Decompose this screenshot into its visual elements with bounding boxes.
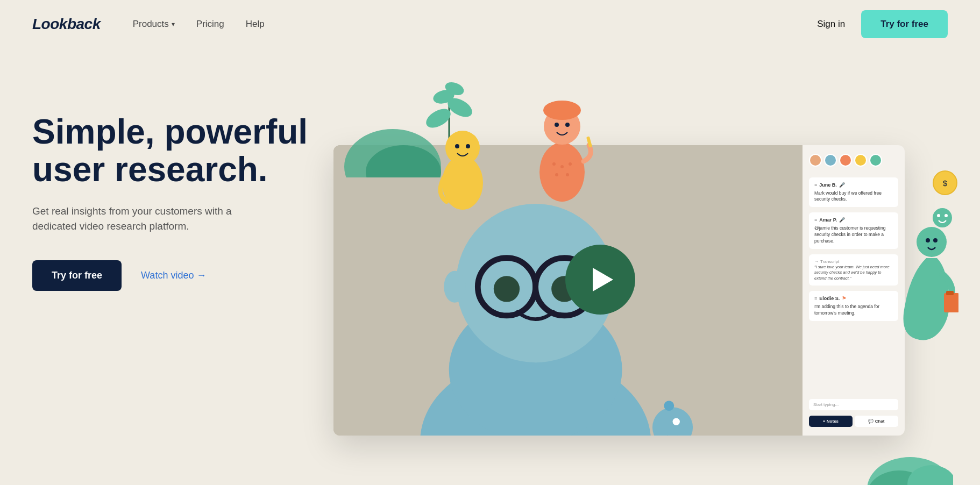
arrow-icon: → <box>814 259 819 265</box>
try-free-button[interactable]: Try for free <box>32 260 122 291</box>
mic-icon: 🎤 <box>839 182 845 189</box>
svg-point-13 <box>560 165 564 168</box>
svg-point-43 <box>937 214 940 217</box>
typing-input[interactable]: Start typing... <box>809 399 898 410</box>
nav-help[interactable]: Help <box>246 19 265 30</box>
svg-point-20 <box>543 101 581 120</box>
hero-left: Simple, powerful user research. Get real… <box>32 70 312 291</box>
bottom-right-bush <box>856 430 953 485</box>
note-lines-icon: ≡ <box>814 295 817 302</box>
hero-heading: Simple, powerful user research. <box>32 113 312 189</box>
mic-icon: 🎤 <box>839 217 845 224</box>
note-lines-icon: ≡ <box>814 182 817 189</box>
avatar <box>824 154 837 167</box>
svg-point-8 <box>445 131 480 165</box>
svg-point-19 <box>565 123 570 127</box>
svg-point-16 <box>566 173 569 176</box>
logo: Lookback <box>32 16 101 33</box>
svg-point-12 <box>552 162 556 166</box>
transcript-text: "I sure love your team. We just need mor… <box>814 265 893 282</box>
svg-point-49 <box>933 238 938 242</box>
note-item: ≡ June B. 🎤 Mark would buy if we offered… <box>809 177 898 207</box>
nav-products[interactable]: Products ▾ <box>133 19 175 30</box>
svg-point-33 <box>494 276 520 302</box>
nav-links: Products ▾ Pricing Help <box>133 19 818 30</box>
note-item: ≡ Elodie S. ⚑ I'm adding this to the age… <box>809 291 898 320</box>
note-item: ≡ Amar P. 🎤 @jamie this customer is requ… <box>809 212 898 248</box>
try-free-nav-button[interactable]: Try for free <box>861 10 948 38</box>
tab-row: ≡ Notes 💬 Chat <box>809 416 898 427</box>
note-text: Mark would buy if we offered free securi… <box>814 190 893 203</box>
hero-subtext: Get real insights from your customers wi… <box>32 204 258 234</box>
svg-point-18 <box>555 123 559 127</box>
note-author: Amar P. <box>819 217 837 224</box>
svg-text:$: $ <box>943 179 947 188</box>
note-text: @jamie this customer is requesting secur… <box>814 225 893 245</box>
svg-point-10 <box>466 144 470 148</box>
note-item-transcript: → Transcript "I sure love your team. We … <box>809 254 898 286</box>
avatar <box>809 154 822 167</box>
nav-right: Sign in Try for free <box>817 10 948 38</box>
navigation: Lookback Products ▾ Pricing Help Sign in… <box>0 0 980 48</box>
nav-pricing[interactable]: Pricing <box>196 19 224 30</box>
tab-notes[interactable]: ≡ Notes <box>809 416 853 427</box>
svg-point-44 <box>945 214 948 217</box>
avatar-row <box>809 154 898 167</box>
sign-in-link[interactable]: Sign in <box>817 19 845 30</box>
play-button[interactable] <box>565 245 635 315</box>
svg-point-47 <box>917 227 947 257</box>
flag-icon: ⚑ <box>842 295 846 302</box>
note-text: I'm adding this to the agenda for tomorr… <box>814 304 893 317</box>
hero-buttons: Try for free Watch video → <box>32 260 312 291</box>
svg-point-38 <box>673 418 680 425</box>
svg-rect-46 <box>946 291 954 295</box>
svg-point-11 <box>539 142 585 202</box>
hero-section: Simple, powerful user research. Get real… <box>0 48 980 485</box>
svg-point-42 <box>933 208 952 227</box>
svg-rect-45 <box>944 293 958 312</box>
svg-point-48 <box>926 238 930 242</box>
svg-point-14 <box>569 162 572 166</box>
svg-point-39 <box>664 401 674 411</box>
right-decoration: $ <box>894 167 958 350</box>
hero-right: ≡ June B. 🎤 Mark would buy if we offered… <box>333 70 948 485</box>
avatar <box>869 154 882 167</box>
note-author: Elodie S. <box>819 295 840 302</box>
note-author: June B. <box>819 182 837 189</box>
notes-sidebar: ≡ June B. 🎤 Mark would buy if we offered… <box>803 145 905 436</box>
transcript-label: Transcript <box>820 259 839 265</box>
avatar <box>854 154 867 167</box>
svg-point-15 <box>555 173 558 176</box>
character-right <box>527 86 597 204</box>
avatar <box>839 154 852 167</box>
app-mockup: ≡ June B. 🎤 Mark would buy if we offered… <box>333 145 905 436</box>
note-lines-icon: ≡ <box>814 217 817 224</box>
character-left <box>430 102 495 210</box>
tab-chat[interactable]: 💬 Chat <box>855 416 898 427</box>
watch-video-button[interactable]: Watch video → <box>141 270 206 281</box>
svg-point-35 <box>444 271 465 303</box>
chevron-down-icon: ▾ <box>172 20 175 28</box>
svg-point-9 <box>455 144 459 148</box>
